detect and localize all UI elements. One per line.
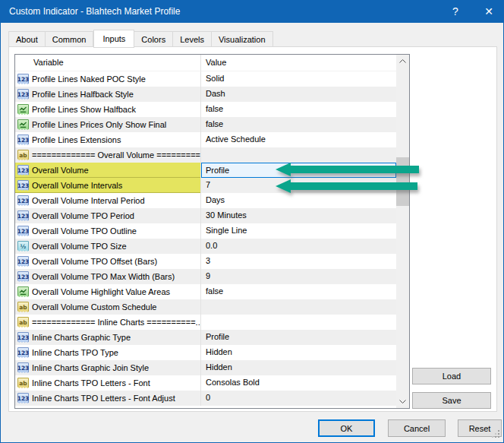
variable-name: Overall Volume TPO Offset (Bars) bbox=[32, 257, 157, 266]
variable-name: Overall Volume Highlight Value Areas bbox=[32, 287, 170, 296]
table-row[interactable]: ab============= Overall Volume =========… bbox=[15, 147, 396, 163]
value-cell[interactable] bbox=[201, 147, 396, 163]
variable-cell: 123Profile Lines Halfback Style bbox=[15, 87, 201, 102]
table-row[interactable]: 123Inline Charts TPO Letters - Font Adju… bbox=[15, 391, 396, 406]
close-button[interactable]: ✕ bbox=[474, 0, 504, 23]
table-row[interactable]: 123Inline Charts TPO TypeHidden bbox=[15, 345, 396, 360]
value-cell[interactable]: Hidden bbox=[201, 360, 396, 375]
tab-visualization[interactable]: Visualization bbox=[212, 31, 273, 47]
table-row[interactable]: ½Overall Volume TPO Size0.0 bbox=[15, 239, 396, 254]
value-cell[interactable]: Consolas Bold bbox=[201, 375, 396, 391]
variable-name: Inline Charts Graphic Join Style bbox=[32, 363, 149, 372]
table-row[interactable]: abInline Charts TPO Letters - FontConsol… bbox=[15, 375, 396, 391]
table-row[interactable]: 123Profile Lines Naked POC StyleSolid bbox=[15, 71, 396, 87]
variable-cell: 123Overall Volume Intervals bbox=[15, 178, 201, 193]
variable-cell: 123Overall Volume bbox=[15, 163, 201, 178]
help-button[interactable]: ? bbox=[440, 0, 471, 23]
variable-name: Overall Volume TPO Outline bbox=[32, 226, 137, 236]
variable-cell: Overall Volume Highlight Value Areas bbox=[15, 284, 201, 299]
tab-colors[interactable]: Colors bbox=[134, 31, 173, 47]
table-row[interactable]: 123Overall Volume TPO OutlineSingle Line bbox=[15, 223, 396, 239]
value-cell[interactable] bbox=[201, 299, 396, 315]
ok-button[interactable]: OK bbox=[318, 419, 375, 437]
value-cell[interactable]: Profile bbox=[201, 330, 396, 345]
table-row[interactable]: Profile Lines Show Halfbackfalse bbox=[15, 102, 396, 117]
chevron-down-icon bbox=[399, 400, 406, 403]
vertical-scrollbar[interactable] bbox=[396, 55, 409, 408]
resize-grip[interactable] bbox=[492, 430, 499, 438]
variable-name: Overall Volume TPO Period bbox=[32, 211, 134, 220]
table-row[interactable]: Profile Lines Prices Only Show Finalfals… bbox=[15, 117, 396, 132]
tab-page-inputs: Variable Value 123Profile Lines Naked PO… bbox=[8, 46, 497, 412]
value-cell[interactable] bbox=[201, 315, 396, 330]
value-cell[interactable]: Dash bbox=[201, 87, 396, 102]
value-cell[interactable]: false bbox=[201, 102, 396, 117]
text-type-icon: ab bbox=[17, 378, 29, 389]
table-row[interactable]: 123Overall Volume Interval PeriodDays bbox=[15, 193, 396, 208]
value-cell[interactable]: Solid bbox=[201, 71, 396, 87]
variable-cell: 123Overall Volume TPO Period bbox=[15, 208, 201, 223]
arrow-head-icon bbox=[276, 163, 291, 176]
tab-common[interactable]: Common bbox=[46, 31, 94, 47]
titlebar[interactable]: Custom Indicator - Blahtech Market Profi… bbox=[0, 0, 504, 23]
variable-cell: 123Overall Volume TPO Outline bbox=[15, 223, 201, 239]
bool-type-icon bbox=[17, 286, 29, 298]
numeric-type-icon: 123 bbox=[17, 210, 29, 222]
variable-name: ============= Inline Charts ==========..… bbox=[32, 318, 201, 327]
tab-inputs[interactable]: Inputs bbox=[93, 30, 134, 48]
table-row[interactable]: abOverall Volume Custom Schedule bbox=[15, 299, 396, 315]
numeric-type-icon: 123 bbox=[17, 362, 29, 374]
window-title: Custom Indicator - Blahtech Market Profi… bbox=[9, 6, 180, 17]
variable-cell: ab============= Inline Charts ==========… bbox=[15, 315, 201, 330]
value-cell[interactable]: Active Schedule bbox=[201, 132, 396, 147]
load-button[interactable]: Load bbox=[412, 368, 491, 384]
variable-name: Overall Volume TPO Size bbox=[32, 242, 127, 251]
numeric-type-icon: 123 bbox=[17, 332, 29, 343]
table-row[interactable]: 123Overall Volume TPO Offset (Bars)3 bbox=[15, 254, 396, 269]
value-cell[interactable]: 0.0 bbox=[201, 239, 396, 254]
column-header-value[interactable]: Value bbox=[201, 55, 396, 71]
value-cell[interactable]: 9 bbox=[201, 269, 396, 284]
value-cell[interactable]: 3 bbox=[201, 254, 396, 269]
save-button[interactable]: Save bbox=[412, 392, 491, 409]
value-cell[interactable]: Days bbox=[201, 193, 396, 208]
table-row[interactable]: Overall Volume Highlight Value Areasfals… bbox=[15, 284, 396, 299]
numeric-type-icon: 123 bbox=[17, 89, 29, 100]
variable-name: Overall Volume Custom Schedule bbox=[32, 302, 156, 312]
table-row[interactable]: 123Overall Volume TPO Period30 Minutes bbox=[15, 208, 396, 223]
value-cell[interactable]: false bbox=[201, 284, 396, 299]
table-header: Variable Value bbox=[15, 55, 396, 71]
variable-name: Profile Lines Extensions bbox=[32, 135, 121, 144]
variable-cell: abOverall Volume Custom Schedule bbox=[15, 299, 201, 315]
variable-name: Inline Charts Graphic Type bbox=[32, 333, 131, 342]
numeric-type-icon: 123 bbox=[17, 180, 29, 191]
numeric-type-icon: 123 bbox=[17, 134, 29, 146]
scroll-up-button[interactable] bbox=[396, 55, 409, 68]
table-row[interactable]: 123Overall Volume TPO Max Width (Bars)9 bbox=[15, 269, 396, 284]
variable-cell: 123Inline Charts Graphic Join Style bbox=[15, 360, 201, 375]
variable-cell: 123Overall Volume TPO Offset (Bars) bbox=[15, 254, 201, 269]
tab-about[interactable]: About bbox=[8, 31, 46, 47]
table-row[interactable]: 123Inline Charts Graphic TypeProfile bbox=[15, 330, 396, 345]
scroll-down-button[interactable] bbox=[396, 395, 409, 408]
value-cell[interactable]: false bbox=[201, 117, 396, 132]
table-row[interactable]: 123Profile Lines Halfback StyleDash bbox=[15, 87, 396, 102]
cancel-button[interactable]: Cancel bbox=[388, 419, 446, 437]
value-cell[interactable]: Hidden bbox=[201, 345, 396, 360]
combobox-value: Profile bbox=[206, 163, 229, 178]
tab-levels[interactable]: Levels bbox=[173, 31, 212, 47]
variable-cell: Profile Lines Show Halfback bbox=[15, 102, 201, 117]
value-cell[interactable]: Single Line bbox=[201, 223, 396, 239]
variable-name: Profile Lines Show Halfback bbox=[32, 105, 136, 114]
table-row[interactable]: 123Inline Charts Graphic Join StyleHidde… bbox=[15, 360, 396, 375]
variable-name: Profile Lines Halfback Style bbox=[32, 90, 134, 99]
numeric-type-icon: 123 bbox=[17, 256, 29, 267]
table-row[interactable]: 123Profile Lines ExtensionsActive Schedu… bbox=[15, 132, 396, 147]
variable-cell: ab============= Overall Volume =========… bbox=[15, 147, 201, 163]
variable-name: Overall Volume Interval Period bbox=[32, 196, 145, 205]
value-cell[interactable]: 30 Minutes bbox=[201, 208, 396, 223]
table-row[interactable]: ab============= Inline Charts ==========… bbox=[15, 315, 396, 330]
value-cell[interactable]: 0 bbox=[201, 391, 396, 406]
numeric-type-icon: 123 bbox=[17, 74, 29, 85]
column-header-variable[interactable]: Variable bbox=[15, 55, 201, 71]
